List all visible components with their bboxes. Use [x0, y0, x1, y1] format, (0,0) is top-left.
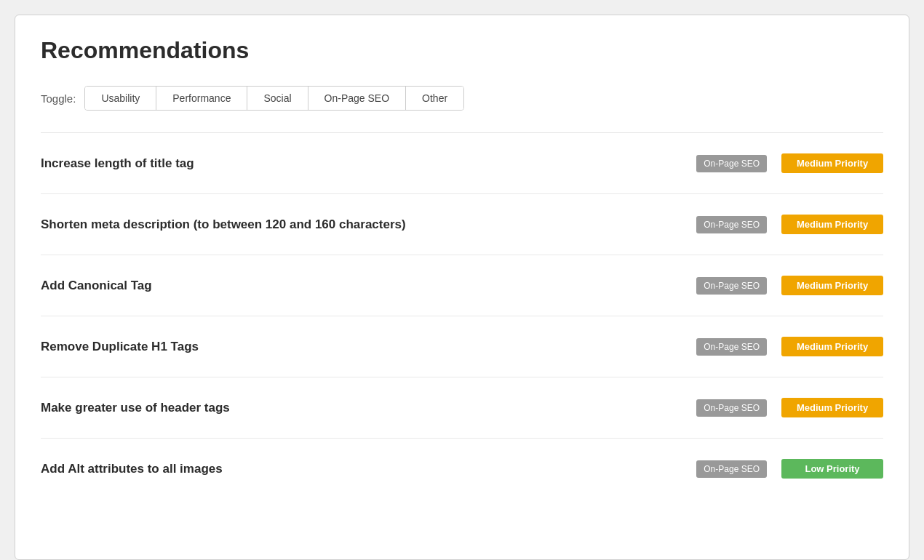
toggle-tabs: UsabilityPerformanceSocialOn-Page SEOOth…	[84, 86, 464, 111]
recommendation-title: Increase length of title tag	[41, 156, 696, 171]
category-badge: On-Page SEO	[696, 338, 767, 356]
tab-social[interactable]: Social	[247, 87, 308, 110]
recommendation-title: Remove Duplicate H1 Tags	[41, 340, 696, 354]
table-row: Shorten meta description (to between 120…	[41, 194, 883, 255]
recommendation-title: Add Alt attributes to all images	[41, 462, 696, 476]
recommendation-title: Shorten meta description (to between 120…	[41, 217, 696, 232]
priority-badge: Low Priority	[781, 459, 883, 479]
category-badge: On-Page SEO	[696, 155, 767, 172]
category-badge: On-Page SEO	[696, 277, 767, 295]
category-badge: On-Page SEO	[696, 460, 767, 478]
priority-badge: Medium Priority	[781, 153, 883, 173]
main-card: Recommendations Toggle: UsabilityPerform…	[15, 15, 909, 560]
recommendation-title: Add Canonical Tag	[41, 279, 696, 293]
tab-usability[interactable]: Usability	[85, 87, 156, 110]
priority-badge: Medium Priority	[781, 398, 883, 417]
tab-performance[interactable]: Performance	[156, 87, 247, 110]
category-badge: On-Page SEO	[696, 216, 767, 233]
table-row: Add Alt attributes to all imagesOn-Page …	[41, 439, 883, 499]
tab-on-page-seo[interactable]: On-Page SEO	[308, 87, 407, 110]
priority-badge: Medium Priority	[781, 215, 883, 234]
priority-badge: Medium Priority	[781, 337, 883, 356]
recommendation-title: Make greater use of header tags	[41, 401, 696, 415]
table-row: Remove Duplicate H1 TagsOn-Page SEOMediu…	[41, 316, 883, 377]
toggle-row: Toggle: UsabilityPerformanceSocialOn-Pag…	[41, 86, 883, 111]
category-badge: On-Page SEO	[696, 399, 767, 417]
priority-badge: Medium Priority	[781, 276, 883, 295]
toggle-label: Toggle:	[41, 92, 76, 105]
page-title: Recommendations	[41, 37, 883, 64]
table-row: Add Canonical TagOn-Page SEOMedium Prior…	[41, 255, 883, 316]
table-row: Make greater use of header tagsOn-Page S…	[41, 377, 883, 439]
table-row: Increase length of title tagOn-Page SEOM…	[41, 133, 883, 194]
tab-other[interactable]: Other	[406, 87, 463, 110]
recommendations-list: Increase length of title tagOn-Page SEOM…	[41, 133, 883, 499]
